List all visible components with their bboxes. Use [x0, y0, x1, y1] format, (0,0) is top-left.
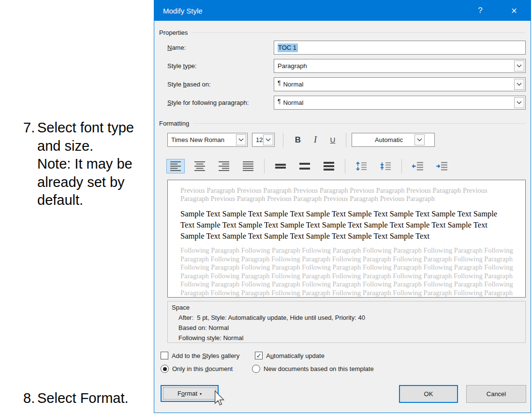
dialog-footer: Format ▾ OK Cancel: [154, 383, 531, 412]
align-center-icon: [194, 161, 206, 171]
indent-decrease-icon: [412, 161, 424, 171]
font-controls-row: Times New Roman 12 B I U Automatic: [167, 133, 526, 147]
style-type-label: Style type:: [167, 62, 274, 70]
name-row: Name: TOC 1: [167, 41, 526, 55]
align-left-button[interactable]: [166, 159, 185, 173]
style-description-pane: Space After: 5 pt, Style: Automatically …: [167, 301, 526, 343]
align-left-icon: [170, 161, 181, 171]
pilcrow-icon: ¶: [278, 98, 281, 105]
underline-button[interactable]: U: [324, 133, 341, 146]
style-based-on-dropdown-button[interactable]: [514, 79, 524, 90]
dialog-title: Modify Style: [163, 7, 469, 15]
following-paragraph-text: Following Paragraph Following Paragraph …: [180, 246, 513, 298]
indent-increase-icon: [436, 161, 448, 171]
toolbar-separator: [283, 133, 283, 147]
help-icon: ?: [478, 6, 482, 15]
align-center-button[interactable]: [191, 159, 209, 173]
automatically-update-label: Automatically update: [266, 352, 325, 359]
align-right-button[interactable]: [215, 159, 233, 173]
scope-radio-row: Only in this document New documents base…: [161, 365, 526, 373]
chevron-down-icon: [517, 101, 522, 104]
new-documents-template-label: New documents based on this template: [264, 365, 374, 372]
format-button-label: Format: [177, 390, 197, 397]
style-following-row: Style for following paragraph: ¶ Normal: [167, 96, 526, 110]
style-based-on-value: Normal: [283, 81, 303, 88]
name-label: Name:: [167, 44, 274, 51]
close-icon: ✕: [511, 6, 517, 15]
font-family-dropdown-button[interactable]: [236, 134, 246, 145]
font-size-select[interactable]: 12: [252, 133, 275, 147]
line-spacing-15-button[interactable]: [296, 159, 314, 173]
chevron-down-icon: [238, 138, 244, 142]
ok-button-label: OK: [424, 390, 433, 398]
font-family-select[interactable]: Times New Roman: [167, 133, 248, 147]
font-color-dropdown-button[interactable]: [414, 134, 425, 145]
mouse-cursor-icon: [214, 390, 225, 406]
close-button[interactable]: ✕: [503, 0, 525, 21]
ok-button[interactable]: OK: [399, 385, 458, 403]
instruction-line: default.: [37, 191, 134, 210]
format-dropdown-arrow-icon: ▾: [200, 392, 202, 396]
instruction-line: already set by: [37, 173, 134, 192]
new-documents-template-radio[interactable]: [252, 365, 260, 373]
increase-indent-button[interactable]: [433, 159, 451, 173]
style-following-label: Style for following paragraph:: [167, 99, 274, 106]
instruction-line: Note: It may be: [37, 155, 134, 173]
bold-icon: B: [295, 135, 301, 145]
instruction-line: Select font type: [37, 119, 134, 137]
italic-button[interactable]: I: [307, 133, 324, 146]
line-spacing-double-button[interactable]: [320, 159, 338, 173]
style-type-value: Paragraph: [278, 62, 307, 70]
style-based-on-row: Style based on: ¶ Normal: [167, 77, 526, 91]
instruction-step-8: 8. Select Format.: [23, 389, 129, 408]
add-to-styles-gallery-checkbox[interactable]: [161, 352, 168, 359]
line-spacing-single-button[interactable]: [271, 159, 290, 173]
dialog-titlebar[interactable]: Modify Style ? ✕: [154, 0, 531, 21]
style-type-select[interactable]: Paragraph: [274, 59, 526, 73]
bold-button[interactable]: B: [289, 133, 307, 146]
help-button[interactable]: ?: [469, 0, 491, 21]
style-type-dropdown-button[interactable]: [514, 60, 524, 71]
name-input[interactable]: TOC 1: [274, 41, 526, 55]
chevron-down-icon: [517, 64, 522, 68]
step-number: 8.: [23, 389, 36, 408]
style-following-value: Normal: [283, 99, 303, 106]
decrease-indent-button[interactable]: [409, 159, 427, 173]
font-size-dropdown-button[interactable]: [263, 134, 273, 145]
style-following-select[interactable]: ¶ Normal: [274, 96, 526, 110]
line-spacing-double-icon: [323, 161, 335, 171]
format-button[interactable]: Format ▾: [161, 385, 219, 402]
align-justify-button[interactable]: [239, 159, 257, 173]
font-color-select[interactable]: Automatic: [352, 133, 435, 147]
add-to-styles-gallery-label: Add to the Styles gallery: [172, 352, 239, 359]
font-color-value: Automatic: [375, 136, 403, 143]
radio-dot-icon: [163, 367, 167, 371]
instruction-line: and size.: [37, 137, 134, 156]
only-in-this-document-radio[interactable]: [161, 365, 169, 373]
increase-paragraph-space-button[interactable]: [352, 159, 370, 173]
previous-paragraph-text: Previous Paragraph Previous Paragraph Pr…: [180, 186, 513, 203]
paragraph-controls-row: [166, 158, 526, 174]
sample-text: Sample Text Sample Text Sample Text Samp…: [180, 208, 513, 242]
pilcrow-icon: ¶: [278, 80, 281, 86]
chevron-down-icon: [417, 138, 422, 142]
style-based-on-select[interactable]: ¶ Normal: [274, 77, 526, 91]
automatically-update-checkbox[interactable]: ✓: [255, 352, 263, 359]
only-in-this-document-label: Only in this document: [172, 365, 233, 372]
figure: 7. Select font type and size. Note: It m…: [0, 0, 532, 414]
formatting-group-header: Formatting: [159, 119, 526, 127]
options-checkbox-row: Add to the Styles gallery ✓ Automaticall…: [161, 352, 526, 359]
italic-icon: I: [314, 135, 317, 145]
font-size-value: 12: [256, 136, 263, 143]
properties-group-header: Properties: [159, 29, 526, 36]
toolbar-separator: [345, 159, 345, 173]
align-right-icon: [218, 161, 230, 171]
modify-style-dialog: Modify Style ? ✕ Properties Name: TOC 1 …: [154, 0, 531, 413]
instruction-step-7: 7. Select font type and size. Note: It m…: [23, 119, 134, 210]
cancel-button[interactable]: Cancel: [466, 385, 526, 403]
line-spacing-15-icon: [299, 161, 310, 171]
underline-icon: U: [330, 136, 336, 144]
instruction-line: Select Format.: [37, 389, 129, 408]
style-following-dropdown-button[interactable]: [514, 97, 524, 108]
decrease-paragraph-space-button[interactable]: [376, 159, 395, 173]
